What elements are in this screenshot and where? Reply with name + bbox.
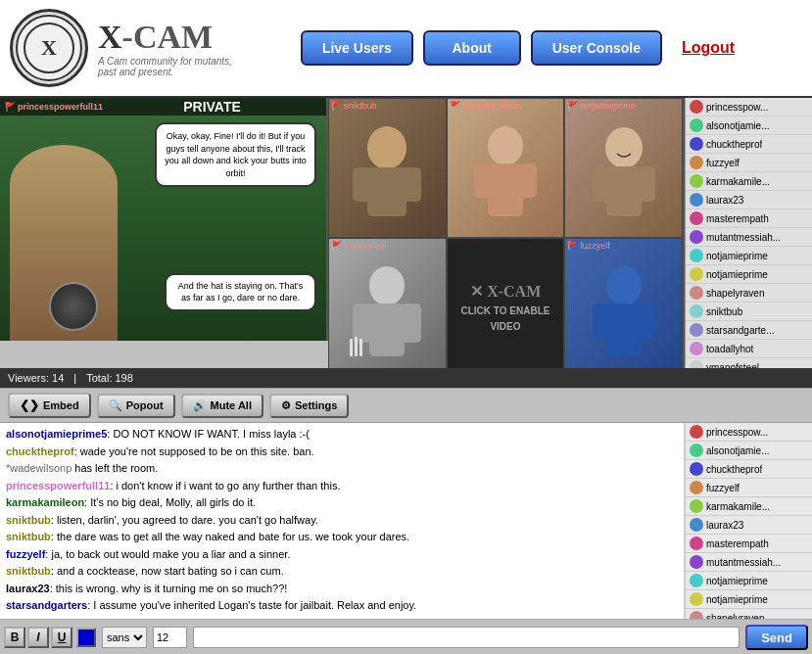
svg-rect-13	[593, 166, 610, 202]
user-list-item[interactable]: notjamieprime	[686, 265, 812, 284]
left-panel: 🚩 princesspowerfull11 PRIVATE Okay, okay…	[0, 98, 328, 368]
chat-user-item[interactable]: notjamieprime	[686, 572, 812, 590]
header: X X - CAM A Cam community for mutants, p…	[0, 0, 812, 98]
chat-user-item[interactable]: shapelyraven	[686, 609, 812, 619]
chat-user-item[interactable]: karmakamile...	[686, 497, 812, 516]
svg-rect-12	[606, 166, 642, 216]
grid-cell-4[interactable]: ✕ X-CAM CLICK TO ENABLE VIDEO	[447, 238, 565, 369]
chat-message: starsandgarters: I assume you've inherit…	[6, 597, 678, 614]
user-list-item[interactable]: masterempath	[686, 210, 812, 228]
settings-button[interactable]: ⚙ Settings	[269, 394, 349, 418]
chat-messages: wadewilsonp: i want to cum on molly's ha…	[0, 423, 685, 619]
user-list-item[interactable]: ymanofsteel...	[686, 358, 812, 368]
username-label: shapelyraven	[706, 288, 764, 299]
chat-user-item[interactable]: mutantmessiah...	[686, 553, 812, 572]
chat-userlist: princesspow...alsonotjamie...chuckthepro…	[685, 423, 812, 619]
grid-cell-5[interactable]: 🚩 fuzzyelf	[564, 238, 683, 369]
chat-user-item[interactable]: laurax23	[686, 516, 812, 535]
svg-rect-16	[369, 304, 405, 356]
username-label: alsonotjamie...	[706, 120, 769, 131]
user-list-item[interactable]: fuzzyelf	[686, 154, 812, 172]
mute-all-button[interactable]: 🔊 Mute All	[181, 394, 263, 418]
svg-rect-23	[606, 304, 642, 356]
logo-subtitle2: past and present.	[98, 67, 232, 77]
grid-cell-1[interactable]: 🚩 karmakamileon	[447, 98, 565, 238]
xcam-placeholder[interactable]: ✕ X-CAM CLICK TO ENABLE VIDEO	[461, 282, 550, 332]
chat-username-label: masterempath	[706, 538, 769, 549]
chat-message: *wadewilsonp has left the room.	[6, 460, 678, 477]
grid-cell-0[interactable]: 🚩 sniktbub	[328, 98, 447, 238]
user-list-item[interactable]: notjamieprime	[686, 247, 812, 265]
username-label: notjamieprime	[706, 251, 768, 261]
controls-bar: ❮❯ ❮❯ Embed Embed 🔍 Popout 🔊 Mute All ⚙ …	[0, 388, 812, 423]
flag-icon-0: 🚩	[331, 101, 342, 111]
private-banner: 🚩 princesspowerfull11 PRIVATE	[0, 98, 326, 116]
embed-icon: ❮❯	[20, 398, 39, 412]
live-users-button[interactable]: Live Users	[301, 30, 413, 66]
chat-section: wadewilsonp: i want to cum on molly's ha…	[0, 423, 812, 619]
user-list-item[interactable]: chucktheprof	[686, 135, 812, 154]
svg-rect-14	[638, 166, 655, 202]
font-select[interactable]: sans	[102, 627, 147, 648]
underline-button[interactable]: U	[51, 627, 72, 648]
user-list-item[interactable]: alsonotjamie...	[686, 117, 812, 135]
video-text: VIDEO	[490, 321, 520, 332]
username-label: sniktbub	[706, 306, 742, 317]
chat-message: karmakamileon: It's no big deal, Molly, …	[6, 494, 678, 511]
username-label: starsandgarte...	[706, 325, 774, 336]
logo-cam-text: CAM	[133, 19, 213, 56]
color-swatch[interactable]	[76, 628, 96, 647]
about-button[interactable]: About	[423, 30, 521, 66]
user-console-button[interactable]: User Console	[531, 30, 662, 66]
right-section: 🚩 sniktbub	[328, 98, 812, 368]
embed-button[interactable]: ❮❯ ❮❯ Embed Embed	[8, 393, 91, 418]
popout-button[interactable]: 🔍 Popout	[97, 394, 175, 418]
font-size-input[interactable]	[153, 627, 187, 648]
chat-user-item[interactable]: princesspow...	[686, 423, 812, 442]
chat-message: sniktbub: listen, darlin', you agreed to…	[6, 512, 678, 529]
user-list-item[interactable]: shapelyraven	[686, 284, 812, 303]
cell-username-1: 🚩 karmakamileon	[450, 101, 522, 111]
chat-message: laurax23: this is wrong. why is it turni…	[6, 581, 678, 597]
italic-button[interactable]: I	[27, 627, 49, 648]
username-label: toadallyhot	[706, 344, 753, 354]
chat-user-item[interactable]: notjamieprime	[686, 590, 812, 609]
user-list-item[interactable]: karmakamile...	[686, 172, 812, 191]
chat-message: chucktheprof: wade you're not supposed t…	[6, 444, 678, 460]
svg-rect-6	[402, 167, 421, 202]
svg-point-3	[367, 126, 406, 169]
chat-message: sniktbub: the dare was to get all the wa…	[6, 529, 678, 545]
svg-rect-5	[353, 167, 372, 202]
chat-input[interactable]	[193, 627, 740, 648]
grid-cell-2[interactable]: 🚩 notjamieprime	[564, 98, 683, 238]
user-list: princesspow...alsonotjamie...chuckthepro…	[685, 98, 812, 368]
flag-icon-5: 🚩	[567, 241, 578, 251]
user-list-item[interactable]: sniktbub	[686, 303, 812, 321]
chat-user-item[interactable]: masterempath	[686, 535, 812, 553]
chat-message: fuzzyelf: ja, to back out would make you…	[6, 546, 678, 563]
chat-user-item[interactable]: chucktheprof	[686, 460, 812, 479]
settings-icon: ⚙	[281, 399, 291, 412]
speech-bubble-1: Okay, okay, Fine! I'll do it! But if you…	[155, 122, 316, 187]
xcam-logo-text: X-CAM	[487, 283, 541, 300]
chat-username-label: laurax23	[706, 520, 743, 531]
host-username: princesspowerfull11	[18, 102, 103, 112]
logout-button[interactable]: Logout	[682, 39, 735, 57]
send-button[interactable]: Send	[745, 625, 808, 650]
grid-cell-3[interactable]: 🚩 amanisfeel	[328, 238, 447, 369]
xcam-logo-icon: ✕	[470, 283, 483, 300]
bold-button[interactable]: B	[4, 627, 25, 648]
flag-icon-2: 🚩	[567, 101, 578, 111]
chat-user-item[interactable]: alsonotjamie...	[686, 442, 812, 460]
user-list-item[interactable]: mutantmessiah...	[686, 228, 812, 247]
chat-user-item[interactable]: fuzzyelf	[686, 479, 812, 497]
chat-username-label: notjamieprime	[706, 594, 768, 605]
chat-message: sniktbub: and a cocktease, now start bat…	[6, 563, 678, 580]
username-label: fuzzyelf	[706, 158, 740, 168]
user-list-item[interactable]: toadallyhot	[686, 340, 812, 358]
popout-icon: 🔍	[109, 399, 122, 412]
top-panels: 🚩 princesspowerfull11 PRIVATE Okay, okay…	[0, 98, 812, 368]
user-list-item[interactable]: princesspow...	[686, 98, 812, 117]
user-list-item[interactable]: starsandgarte...	[686, 321, 812, 340]
user-list-item[interactable]: laurax23	[686, 191, 812, 210]
